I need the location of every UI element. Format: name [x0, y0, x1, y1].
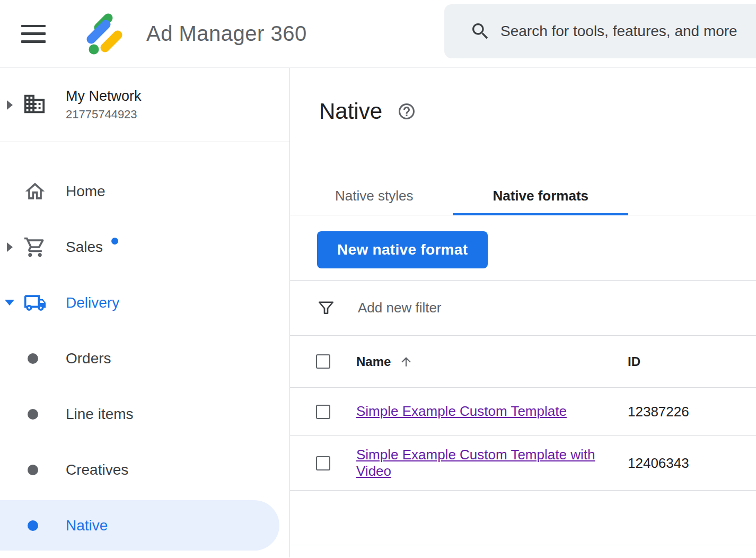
bullet-icon — [0, 520, 66, 531]
sort-ascending-icon[interactable] — [399, 355, 413, 369]
row-id: 12387226 — [628, 404, 689, 420]
sidebar-nav: Home Sales — [0, 142, 289, 551]
sidebar: My Network 21775744923 Home — [0, 68, 290, 557]
main-content: Native Native styles Native formats New … — [290, 68, 756, 557]
network-info: My Network 21775744923 — [66, 88, 142, 121]
sidebar-item-delivery[interactable]: Delivery — [0, 277, 289, 328]
sidebar-item-label: Line items — [66, 406, 134, 423]
hamburger-menu-icon[interactable] — [21, 25, 46, 43]
network-name: My Network — [66, 88, 142, 104]
row-checkbox[interactable] — [316, 405, 330, 419]
filter-icon — [317, 299, 336, 318]
help-icon[interactable] — [397, 102, 416, 121]
sidebar-item-orders[interactable]: Orders — [0, 333, 289, 383]
chevron-right-icon — [0, 100, 19, 110]
column-header-name[interactable]: Name — [356, 354, 391, 369]
sidebar-item-sales[interactable]: Sales — [0, 222, 289, 272]
search-input[interactable] — [500, 23, 756, 40]
table-header-row: Name ID — [290, 336, 756, 388]
sidebar-item-creatives[interactable]: Creatives — [0, 444, 289, 495]
native-format-link[interactable]: Simple Example Custom Template with Vide… — [356, 447, 601, 479]
notification-dot — [111, 238, 118, 245]
network-id: 21775744923 — [66, 108, 142, 121]
ad-manager-app: Ad Manager 360 My Network — [0, 0, 756, 557]
select-all-checkbox[interactable] — [316, 354, 330, 369]
search-icon — [470, 21, 491, 42]
table-empty-row — [290, 491, 756, 545]
bullet-icon — [0, 465, 66, 475]
shopping-cart-icon — [19, 236, 66, 259]
tab-bar: Native styles Native formats — [290, 177, 756, 215]
table-row: Simple Example Custom Template 12387226 — [290, 388, 756, 436]
global-search-box[interactable] — [444, 4, 756, 58]
network-selector[interactable]: My Network 21775744923 — [0, 68, 289, 142]
hamburger-bar — [21, 25, 46, 28]
home-icon — [19, 180, 66, 203]
sidebar-item-label: Home — [66, 183, 106, 200]
chevron-down-icon[interactable] — [0, 300, 19, 306]
app-title: Ad Manager 360 — [146, 22, 307, 46]
page-title: Native — [319, 99, 382, 124]
hamburger-bar — [21, 32, 46, 35]
table-row: Simple Example Custom Template with Vide… — [290, 436, 756, 491]
chevron-right-icon — [0, 242, 19, 252]
building-icon — [19, 92, 66, 118]
new-native-format-button[interactable]: New native format — [317, 231, 488, 268]
sidebar-item-label: Creatives — [66, 461, 128, 478]
hamburger-bar — [21, 40, 46, 43]
sidebar-item-label: Sales — [66, 239, 103, 256]
tab-native-formats[interactable]: Native formats — [453, 177, 628, 215]
sidebar-item-home[interactable]: Home — [0, 166, 289, 216]
column-header-id[interactable]: ID — [628, 354, 640, 369]
bullet-icon — [0, 409, 66, 420]
sidebar-item-label: Native — [66, 517, 108, 534]
sidebar-item-label: Delivery — [66, 294, 119, 311]
sidebar-item-label: Orders — [66, 350, 111, 367]
filter-bar[interactable]: Add new filter — [290, 280, 756, 336]
bullet-icon — [0, 353, 66, 364]
sidebar-item-line-items[interactable]: Line items — [0, 389, 289, 439]
sidebar-item-native[interactable]: Native — [0, 500, 279, 551]
tab-native-styles[interactable]: Native styles — [295, 177, 453, 215]
ad-manager-logo-icon — [77, 10, 126, 58]
top-bar: Ad Manager 360 — [0, 0, 756, 68]
row-id: 12406343 — [628, 455, 689, 472]
row-checkbox[interactable] — [316, 456, 330, 470]
native-format-link[interactable]: Simple Example Custom Template — [356, 403, 567, 420]
truck-icon — [19, 291, 66, 315]
filter-placeholder: Add new filter — [358, 300, 442, 316]
